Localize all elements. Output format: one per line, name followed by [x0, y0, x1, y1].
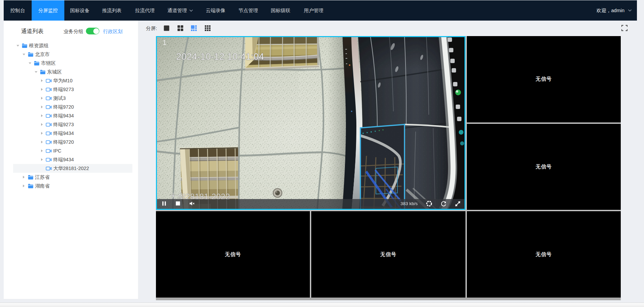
svg-text:2024-10-12 10:41:04: 2024-10-12 10:41:04 — [176, 51, 264, 62]
svg-text:1: 1 — [163, 39, 166, 46]
svg-text:383 kb/s: 383 kb/s — [400, 201, 418, 206]
